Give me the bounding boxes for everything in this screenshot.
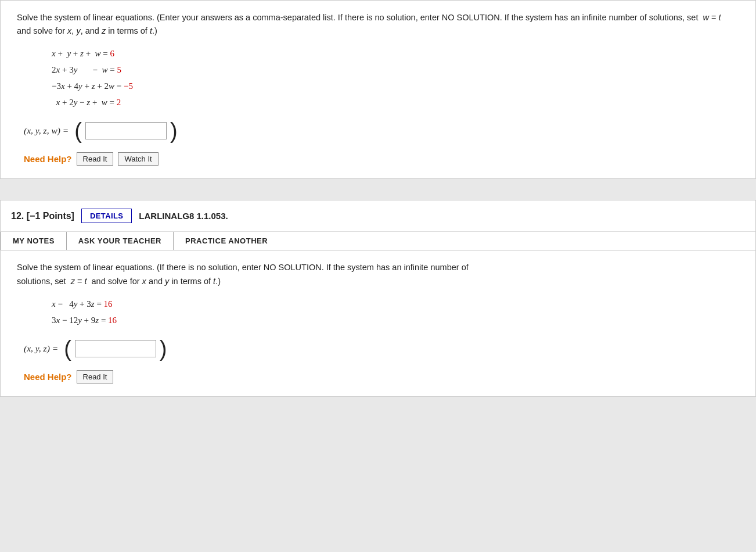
problem-11-answer-input[interactable]	[85, 122, 167, 139]
watch-it-button-11[interactable]: Watch It	[118, 152, 158, 166]
problem-12-header: 12. [−1 Points] DETAILS LARLINALG8 1.1.0…	[1, 200, 755, 232]
problem-12-number: 12. [−1 Points]	[11, 211, 74, 221]
right-paren-11: )	[170, 120, 178, 142]
equation-12-1: x − 4y + 3z = 16	[52, 296, 739, 313]
problem-11-description: Solve the system of linear equations. (E…	[17, 11, 739, 38]
spacer	[0, 189, 756, 200]
problem-11-section: Solve the system of linear equations. (E…	[0, 0, 756, 179]
problem-12-help-row: Need Help? Read It	[24, 370, 739, 383]
need-help-label-11: Need Help?	[24, 154, 72, 164]
problem-12-answer-input[interactable]	[75, 340, 156, 357]
left-paren-12: (	[64, 338, 71, 360]
problem-11-equations: x + y + z + w = 6 2x + 3y − w = 5 −3x + …	[52, 46, 739, 110]
equation-2: 2x + 3y − w = 5	[52, 62, 739, 78]
practice-another-button[interactable]: PRACTICE ANOTHER	[173, 232, 279, 250]
equation-12-2: 3x − 12y + 9z = 16	[52, 313, 739, 329]
problem-12-equations: x − 4y + 3z = 16 3x − 12y + 9z = 16	[52, 296, 739, 329]
problem-12-description: Solve the system of linear equations. (I…	[17, 261, 739, 288]
equation-4: x + 2y − z + w = 2	[52, 95, 739, 111]
details-button[interactable]: DETAILS	[81, 209, 132, 223]
problem-11-answer-row: (x, y, z, w) = ( )	[24, 120, 739, 142]
equation-1: x + y + z + w = 6	[52, 46, 739, 62]
right-paren-12: )	[160, 338, 167, 360]
action-bar: MY NOTES ASK YOUR TEACHER PRACTICE ANOTH…	[1, 232, 755, 250]
read-it-button-12[interactable]: Read It	[77, 370, 114, 383]
need-help-label-12: Need Help?	[24, 372, 72, 382]
equation-3: −3x + 4y + z + 2w = −5	[52, 78, 739, 95]
my-notes-button[interactable]: MY NOTES	[1, 232, 66, 250]
ask-teacher-button[interactable]: ASK YOUR TEACHER	[66, 232, 173, 250]
problem-12-section: 12. [−1 Points] DETAILS LARLINALG8 1.1.0…	[0, 200, 756, 397]
page-wrapper: Solve the system of linear equations. (E…	[0, 0, 756, 397]
problem-11-answer-label: (x, y, z, w) =	[24, 126, 69, 136]
problem-12-answer-row: (x, y, z) = ( )	[24, 338, 739, 360]
read-it-button-11[interactable]: Read It	[77, 152, 114, 166]
left-paren-11: (	[74, 120, 82, 142]
problem-12-body: Solve the system of linear equations. (I…	[1, 250, 755, 396]
problem-12-answer-label: (x, y, z) =	[24, 343, 58, 354]
problem-12-id: LARLINALG8 1.1.053.	[139, 211, 228, 221]
problem-11-help-row: Need Help? Read It Watch It	[24, 152, 739, 166]
